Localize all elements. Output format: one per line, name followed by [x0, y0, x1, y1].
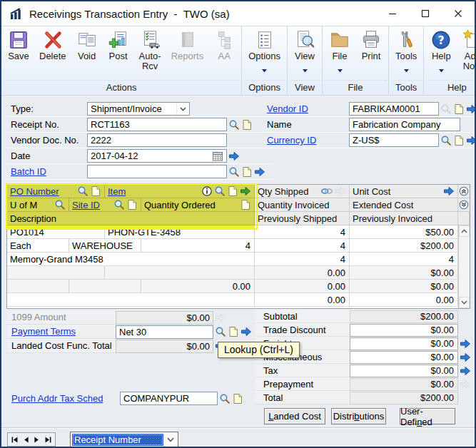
expansion-arrow-icon[interactable] — [228, 151, 240, 162]
auto-rcv-button[interactable]: Auto-Rcv — [134, 29, 166, 72]
expansion-arrow-icon[interactable] — [460, 365, 471, 377]
cell-previously-shipped[interactable]: 4 — [255, 253, 350, 266]
expansion-arrow-icon[interactable] — [240, 326, 252, 337]
vendor-id-input[interactable]: FABRIKAM0001 — [349, 102, 439, 116]
save-button[interactable]: Save — [3, 29, 34, 62]
lookup-icon[interactable] — [440, 135, 452, 146]
cell-u-of-m[interactable] — [7, 280, 69, 293]
cell-description[interactable]: Memory-Grand M3458 — [7, 253, 255, 266]
collapse-rows-button[interactable] — [458, 185, 470, 198]
file-button[interactable]: File — [324, 29, 355, 67]
lookup-icon[interactable] — [228, 119, 240, 131]
info-icon[interactable] — [201, 185, 213, 197]
cell-u-of-m[interactable]: Each — [7, 239, 69, 253]
expansion-arrow-icon[interactable] — [443, 185, 455, 197]
note-icon[interactable] — [228, 326, 239, 337]
lookup-icon[interactable] — [215, 326, 226, 337]
lookup-icon[interactable] — [219, 393, 231, 404]
payment-terms-input[interactable]: Net 30 — [116, 325, 213, 339]
chevron-down-icon[interactable] — [163, 432, 178, 447]
add-note-button[interactable]: Add Note — [457, 29, 476, 72]
cell-site-id[interactable]: WAREHOUSE — [69, 239, 141, 253]
type-dropdown[interactable]: Shipment/Invoice — [87, 102, 190, 116]
user-defined-button[interactable]: User-Defined — [400, 408, 455, 424]
nav-last-icon[interactable] — [44, 436, 52, 444]
currency-id-input[interactable]: Z-US$ — [349, 133, 439, 147]
expansion-arrow-icon[interactable] — [466, 135, 476, 146]
tax-input[interactable]: $0.00 — [350, 365, 458, 377]
cell-quantity-ordered[interactable]: 4 — [141, 239, 255, 253]
purch-addr-tax-sched-link[interactable]: Purch Addr Tax Sched — [7, 393, 120, 404]
cell-po-number[interactable]: PO1014 — [7, 225, 105, 239]
scroll-down-icon[interactable] — [459, 297, 470, 308]
site-id-header-link[interactable]: Site ID — [72, 200, 100, 210]
void-button[interactable]: Void — [71, 29, 103, 62]
scrollbar-track[interactable] — [459, 237, 470, 297]
link-chain-icon[interactable] — [320, 185, 333, 197]
date-input[interactable]: 2017-04-12 — [87, 149, 227, 163]
lookup-icon[interactable] — [77, 185, 88, 197]
cell-item[interactable]: PHON-GTE-3458 — [105, 225, 255, 239]
nav-first-icon[interactable] — [11, 436, 19, 444]
receipt-no-input[interactable]: RCT1163 — [87, 118, 227, 131]
batch-id-link[interactable]: Batch ID — [7, 166, 87, 177]
go-to-green-arrow-icon[interactable] — [240, 185, 251, 197]
cell-quantity-invoiced[interactable]: 0.00 — [255, 280, 350, 293]
minimize-button[interactable] — [376, 1, 409, 26]
print-button[interactable]: Print — [355, 29, 387, 62]
distributions-button[interactable]: Distributions — [331, 408, 386, 424]
freight-input[interactable]: $0.00 — [350, 337, 458, 350]
note-icon[interactable] — [227, 185, 238, 197]
expansion-arrow-icon[interactable] — [460, 352, 471, 363]
grid-scrollbar[interactable] — [458, 225, 470, 308]
expansion-arrow-icon[interactable] — [460, 338, 471, 350]
help-button[interactable]: ? Help — [425, 29, 457, 67]
nav-previous-icon[interactable] — [22, 436, 30, 444]
expand-rows-button[interactable] — [458, 198, 470, 212]
payment-terms-link[interactable]: Payment Terms — [11, 326, 76, 337]
view-button[interactable]: View — [289, 29, 320, 67]
post-button[interactable]: Post — [103, 29, 134, 62]
note-icon[interactable] — [453, 103, 465, 115]
note-icon[interactable] — [453, 135, 465, 146]
cell-unit-cost[interactable]: $50.00 — [350, 225, 458, 239]
vendor-doc-no-input[interactable]: 2222 — [87, 133, 227, 147]
expansion-arrow-icon[interactable] — [254, 166, 265, 178]
cell-previously-invoiced[interactable]: 4 — [350, 253, 458, 266]
cell-qty-shipped[interactable]: 4 — [255, 225, 350, 239]
delete-button[interactable]: Delete — [34, 29, 71, 62]
cell-extended-cost[interactable]: $0.00 — [350, 280, 458, 293]
maximize-button[interactable] — [409, 1, 442, 26]
cell-unit-cost[interactable]: $0.00 — [350, 266, 458, 280]
note-icon[interactable] — [126, 199, 138, 210]
cell-po-number[interactable] — [7, 266, 105, 280]
lookup-icon[interactable] — [228, 166, 240, 178]
nav-next-icon[interactable] — [33, 436, 41, 444]
miscellaneous-input[interactable]: $0.00 — [350, 351, 458, 364]
lookup-icon[interactable] — [113, 199, 125, 210]
lookup-icon[interactable] — [54, 199, 66, 210]
cell-previously-shipped[interactable]: 0.00 — [255, 293, 350, 307]
vendor-name-input[interactable]: Fabrication Company — [349, 118, 460, 131]
cell-qty-shipped[interactable]: 0.00 — [255, 266, 350, 280]
cell-item[interactable] — [105, 266, 255, 280]
cell-site-id[interactable] — [69, 280, 141, 293]
calendar-icon[interactable] — [212, 151, 223, 162]
close-button[interactable] — [442, 1, 475, 26]
cell-extended-cost[interactable]: $200.00 — [350, 239, 458, 253]
item-header-link[interactable]: Item — [108, 186, 126, 197]
cell-description[interactable] — [7, 293, 255, 307]
po-number-header-link[interactable]: PO Number — [10, 186, 59, 197]
note-icon[interactable] — [240, 199, 251, 210]
note-icon[interactable] — [90, 185, 101, 197]
currency-id-link[interactable]: Currency ID — [264, 135, 349, 146]
note-icon[interactable] — [232, 393, 243, 404]
lookup-icon[interactable] — [214, 185, 226, 197]
tools-button[interactable]: Tools — [390, 29, 422, 67]
vendor-id-link[interactable]: Vendor ID — [264, 103, 349, 114]
cell-quantity-ordered[interactable]: 0.00 — [141, 280, 255, 293]
scroll-up-icon[interactable] — [459, 225, 470, 237]
purch-addr-tax-sched-input[interactable]: COMPANYPUR — [120, 392, 218, 405]
note-icon[interactable] — [241, 119, 253, 131]
chevron-down-icon[interactable] — [176, 103, 189, 115]
